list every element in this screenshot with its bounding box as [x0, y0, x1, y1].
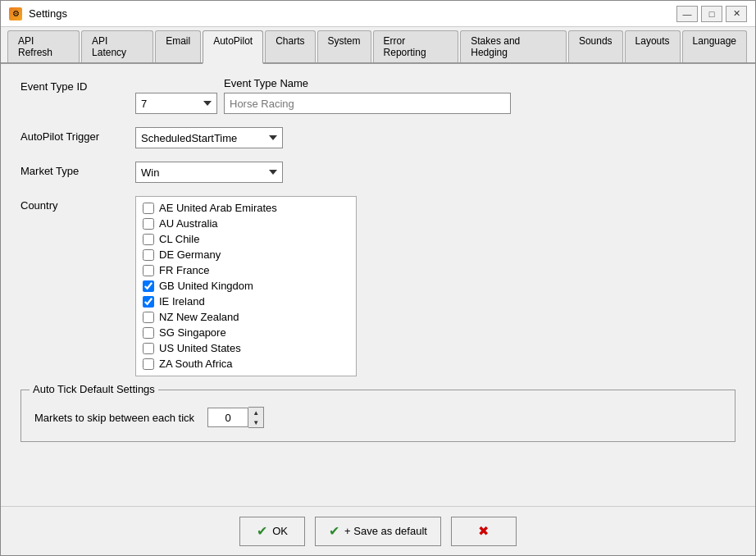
event-type-name-field[interactable]: [224, 93, 511, 114]
markets-skip-label: Markets to skip between each tick: [34, 412, 194, 424]
save-default-button[interactable]: ✔ + Save as default: [315, 517, 441, 546]
event-type-id-label: Event Type ID: [20, 77, 135, 93]
country-checkbox-gb[interactable]: [143, 280, 154, 292]
tab-system[interactable]: System: [317, 30, 371, 62]
spin-input-container: ▲ ▼: [207, 407, 264, 428]
tab-language[interactable]: Language: [682, 30, 747, 62]
footer: ✔ OK ✔ + Save as default ✖: [1, 506, 755, 555]
country-checkbox-de[interactable]: [143, 249, 154, 261]
country-label-ie: IE Ireland: [159, 295, 205, 308]
country-item-ie: IE Ireland: [139, 294, 353, 309]
country-item-us: US United States: [139, 340, 353, 356]
tab-api-refresh[interactable]: API Refresh: [7, 30, 80, 62]
spin-down-button[interactable]: ▼: [248, 417, 263, 427]
country-checkbox-za[interactable]: [143, 358, 154, 370]
auto-tick-group: Auto Tick Default Settings Markets to sk…: [20, 390, 736, 442]
save-default-icon: ✔: [329, 523, 339, 539]
title-bar: ⚙ Settings — □ ✕: [1, 1, 755, 27]
tab-stakes-hedging[interactable]: Stakes and Hedging: [460, 30, 567, 62]
country-label-ae: AE United Arab Emirates: [159, 202, 277, 214]
country-checkbox-ae[interactable]: [143, 203, 154, 214]
country-item-au: AU Australia: [139, 216, 353, 231]
country-checkbox-cl[interactable]: [143, 234, 154, 245]
country-checkbox-nz[interactable]: [143, 312, 154, 323]
ok-button[interactable]: ✔ OK: [239, 517, 305, 546]
country-checkbox-us[interactable]: [143, 343, 154, 354]
maximize-button[interactable]: □: [701, 6, 722, 22]
app-icon: ⚙: [9, 7, 22, 21]
market-type-label: Market Type: [20, 162, 135, 177]
country-checkbox-sg[interactable]: [143, 327, 154, 339]
country-item-gb: GB United Kingdom: [139, 278, 353, 294]
close-button[interactable]: ✕: [726, 6, 747, 22]
autopilot-trigger-row: AutoPilot Trigger ScheduledStartTime InP…: [20, 127, 736, 148]
country-label-za: ZA South Africa: [159, 358, 233, 370]
country-label-de: DE Germany: [159, 248, 221, 261]
country-checkbox-au[interactable]: [143, 218, 154, 230]
country-label-nz: NZ New Zealand: [159, 311, 239, 323]
country-row: Country AE United Arab Emirates AU Austr…: [20, 196, 736, 376]
ok-label: OK: [272, 525, 288, 537]
minimize-button[interactable]: —: [676, 6, 698, 22]
market-type-select[interactable]: Win Each Way Place: [135, 162, 283, 183]
cancel-icon: ✖: [478, 523, 489, 539]
tab-layouts[interactable]: Layouts: [625, 30, 681, 62]
country-label-fr: FR France: [159, 264, 209, 276]
spin-buttons: ▲ ▼: [248, 407, 264, 428]
country-label-sg: SG Singapore: [159, 326, 226, 339]
window-controls: — □ ✕: [676, 6, 747, 22]
spin-up-button[interactable]: ▲: [248, 408, 263, 417]
market-type-row: Market Type Win Each Way Place: [20, 162, 736, 183]
tabs-bar: API Refresh API Latency Email AutoPilot …: [1, 27, 755, 64]
event-type-id-select[interactable]: 7 1 2: [135, 93, 217, 114]
window-title: Settings: [29, 7, 67, 20]
country-label: Country: [20, 196, 135, 212]
auto-tick-legend: Auto Tick Default Settings: [30, 383, 158, 395]
country-item-nz: NZ New Zealand: [139, 309, 353, 325]
cancel-button[interactable]: ✖: [451, 517, 517, 546]
country-item-fr: FR France: [139, 262, 353, 278]
tab-email[interactable]: Email: [155, 30, 201, 62]
tab-charts[interactable]: Charts: [265, 30, 315, 62]
country-item-de: DE Germany: [139, 247, 353, 262]
ok-icon: ✔: [257, 523, 267, 539]
autopilot-trigger-label: AutoPilot Trigger: [20, 127, 135, 143]
markets-skip-input[interactable]: [207, 408, 248, 427]
country-item-sg: SG Singapore: [139, 325, 353, 340]
country-item-za: ZA South Africa: [139, 356, 353, 371]
country-label-au: AU Australia: [159, 217, 218, 230]
event-type-name-label: Event Type Name: [224, 77, 308, 89]
tab-api-latency[interactable]: API Latency: [81, 30, 153, 62]
auto-tick-row: Markets to skip between each tick ▲ ▼: [34, 407, 722, 428]
autopilot-trigger-select[interactable]: ScheduledStartTime InPlay Manual: [135, 127, 283, 148]
tab-sounds[interactable]: Sounds: [568, 30, 623, 62]
country-item-ae: AE United Arab Emirates: [139, 200, 353, 216]
country-checkbox-ie[interactable]: [143, 296, 154, 308]
country-list: AE United Arab Emirates AU Australia CL …: [135, 196, 357, 376]
content-area: Event Type ID Event Type Name 7 1 2: [1, 64, 755, 506]
country-label-cl: CL Chile: [159, 233, 199, 245]
country-label-us: US United States: [159, 342, 241, 354]
tab-autopilot[interactable]: AutoPilot: [203, 30, 263, 64]
save-default-label: + Save as default: [344, 525, 427, 537]
country-item-cl: CL Chile: [139, 231, 353, 247]
tab-error-reporting[interactable]: Error Reporting: [373, 30, 459, 62]
country-checkbox-fr[interactable]: [143, 265, 154, 276]
settings-window: ⚙ Settings — □ ✕ API Refresh API Latency…: [0, 0, 756, 556]
country-label-gb: GB United Kingdom: [159, 280, 253, 292]
